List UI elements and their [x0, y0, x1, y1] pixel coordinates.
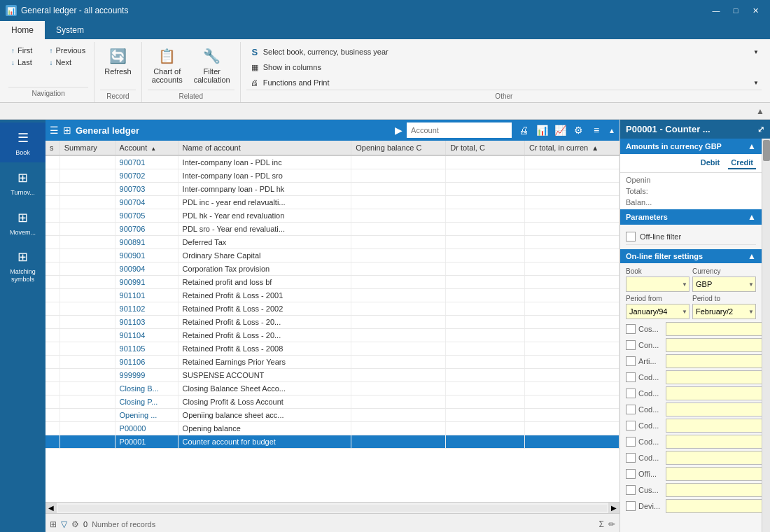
footer-sum-button[interactable]: Σ — [599, 519, 604, 529]
col-header-account[interactable]: Account ▲ — [115, 141, 178, 155]
tab-home[interactable]: Home — [0, 21, 45, 39]
table-cell[interactable]: Opening ... — [115, 409, 178, 422]
table-bar-chart-icon[interactable]: 📈 — [552, 122, 568, 138]
scroll-left-arrow[interactable]: ◀ — [46, 503, 57, 514]
sidebar-item-turnover[interactable]: ⊞ Turnov... — [0, 162, 46, 202]
filter-checkbox-cus[interactable] — [626, 485, 636, 495]
table-row[interactable]: 900701Inter-company loan - PDL inc — [46, 155, 620, 169]
currency-select[interactable]: GBP — [692, 276, 756, 292]
col-header-opening[interactable]: Opening balance C — [351, 141, 446, 155]
book-select[interactable] — [626, 276, 690, 292]
filter-checkbox-offi[interactable] — [626, 469, 636, 479]
credit-tab[interactable]: Credit — [728, 157, 756, 169]
table-nav-arrow[interactable]: ▶ — [395, 125, 402, 136]
filter-input-arti[interactable] — [666, 354, 762, 368]
table-row[interactable]: 901104Retained Profit & Loss - 20... — [46, 329, 620, 342]
tab-system[interactable]: System — [45, 21, 95, 39]
nav-previous-button[interactable]: ↑ Previous — [46, 45, 88, 56]
footer-filter-icon[interactable]: ▽ — [61, 519, 67, 529]
table-row[interactable]: 900703Inter-comnpany loan - PDL hk — [46, 183, 620, 196]
table-cell[interactable]: 900901 — [115, 249, 178, 262]
col-header-name[interactable]: Name of account — [178, 141, 351, 155]
table-row[interactable]: Closing P...Closing Profit & Loss Accoun… — [46, 396, 620, 409]
chart-of-accounts-button[interactable]: 📋 Chart ofaccounts — [148, 42, 187, 87]
h-scroll[interactable]: ◀ ▶ — [46, 502, 620, 513]
nav-first-button[interactable]: ↑ First — [8, 45, 35, 56]
filter-checkbox-cod6[interactable] — [626, 453, 636, 463]
table-cell[interactable]: 900704 — [115, 196, 178, 209]
filter-input-cod1[interactable] — [666, 370, 762, 384]
functions-print-button[interactable]: 🖨 Functions and Print ▼ — [246, 76, 762, 90]
filter-checkbox-cod5[interactable] — [626, 437, 636, 447]
filter-input-cod3[interactable] — [666, 402, 762, 416]
table-row[interactable]: 900705PDL hk - Year end revaluation — [46, 209, 620, 223]
table-cell[interactable]: 901103 — [115, 316, 178, 329]
filter-calculation-button[interactable]: 🔧 Filtercalculation — [190, 42, 234, 87]
filter-checkbox-arti[interactable] — [626, 356, 636, 366]
filter-checkbox-con[interactable] — [626, 340, 636, 350]
table-row[interactable]: 900704PDL inc - year end relavualti... — [46, 196, 620, 209]
table-cell[interactable]: 901102 — [115, 302, 178, 316]
table-row[interactable]: 901106Retained Earnings Prior Years — [46, 356, 620, 369]
col-header-dr[interactable]: Dr total, C — [446, 141, 525, 155]
sidebar-item-movement[interactable]: ⊞ Movem... — [0, 202, 46, 242]
sidebar-item-book[interactable]: ☰ Book — [0, 122, 46, 162]
filter-input-cod5[interactable] — [666, 435, 762, 449]
table-row[interactable]: Opening ...Openiing balance sheet acc... — [46, 409, 620, 422]
table-row[interactable]: 900706PDL sro - Year end revaluati... — [46, 223, 620, 236]
select-book-button[interactable]: S Select book, currency, business year ▼ — [246, 45, 762, 59]
table-menu-btn[interactable]: ≡ — [589, 122, 604, 138]
panel-expand-button[interactable]: ⤢ — [757, 125, 764, 134]
collapse-ribbon-button[interactable]: ▲ — [756, 106, 764, 116]
table-row[interactable]: 901101Retained Profit & Loss - 2001 — [46, 289, 620, 302]
table-cell[interactable]: 900891 — [115, 236, 178, 249]
minimize-button[interactable]: — — [707, 4, 725, 18]
col-header-s[interactable]: s — [46, 141, 59, 155]
filter-checkbox-cod3[interactable] — [626, 405, 636, 414]
table-cell[interactable]: 901106 — [115, 356, 178, 369]
table-cell[interactable]: 900701 — [115, 155, 178, 169]
table-print-icon[interactable]: 🖨 — [516, 122, 531, 138]
col-header-cr[interactable]: Cr total, in curren ▲ — [524, 141, 619, 155]
table-row[interactable]: Closing B...Closing Balance Sheet Acco..… — [46, 382, 620, 396]
filter-checkbox-cod4[interactable] — [626, 421, 636, 430]
filter-input-con[interactable] — [666, 338, 762, 352]
table-cell[interactable]: 900904 — [115, 262, 178, 276]
h-scroll-track[interactable] — [58, 505, 607, 512]
debit-tab[interactable]: Debit — [698, 157, 723, 169]
online-filter-collapse-button[interactable]: ▲ — [748, 251, 756, 261]
table-cell[interactable]: 900991 — [115, 276, 178, 289]
table-cell[interactable]: 901105 — [115, 342, 178, 356]
period-from-select[interactable]: January/94 — [626, 304, 690, 319]
table-row[interactable]: 900891Deferred Tax — [46, 236, 620, 249]
close-button[interactable]: ✕ — [746, 4, 764, 18]
footer-table-icon[interactable]: ⊞ — [50, 519, 57, 529]
filter-input-offi[interactable] — [666, 467, 762, 481]
table-row[interactable]: 901102Retained Profit & Loss - 2002 — [46, 302, 620, 316]
show-in-columns-button[interactable]: ▦ Show in columns — [246, 60, 762, 74]
table-cell[interactable]: Closing B... — [115, 382, 178, 396]
sidebar-item-matching[interactable]: ⊞ Matchingsymbols — [0, 241, 46, 289]
table-cell[interactable]: P00000 — [115, 422, 178, 435]
period-to-select[interactable]: February/2 — [692, 304, 756, 319]
footer-edit-button[interactable]: ✏ — [608, 519, 615, 529]
scrollbar-thumb[interactable] — [763, 140, 770, 161]
nav-next-button[interactable]: ↓ Next — [46, 57, 88, 68]
filter-checkbox-cod2[interactable] — [626, 388, 636, 398]
filter-checkbox-cos[interactable] — [626, 324, 636, 334]
filter-input-devi[interactable] — [666, 499, 762, 513]
refresh-button[interactable]: 🔄 Refresh — [100, 42, 136, 78]
table-menu-icon[interactable]: ☰ — [50, 125, 59, 136]
table-cell[interactable]: 901104 — [115, 329, 178, 342]
table-row[interactable]: 900991Retained profit and loss bf — [46, 276, 620, 289]
table-cell[interactable]: 999999 — [115, 369, 178, 382]
table-row[interactable]: P00001Counter account for budget — [46, 435, 620, 449]
table-row[interactable]: 900702Inter-company loan - PDL sro — [46, 169, 620, 183]
table-cell[interactable]: 900702 — [115, 169, 178, 183]
table-chart-icon[interactable]: 📊 — [534, 122, 550, 138]
right-scrollbar[interactable] — [762, 139, 770, 532]
filter-input-cod4[interactable] — [666, 419, 762, 433]
footer-settings-icon[interactable]: ⚙ — [71, 519, 79, 529]
table-row[interactable]: 999999SUSPENSE ACCOUNT — [46, 369, 620, 382]
filter-checkbox-devi[interactable] — [626, 501, 636, 511]
